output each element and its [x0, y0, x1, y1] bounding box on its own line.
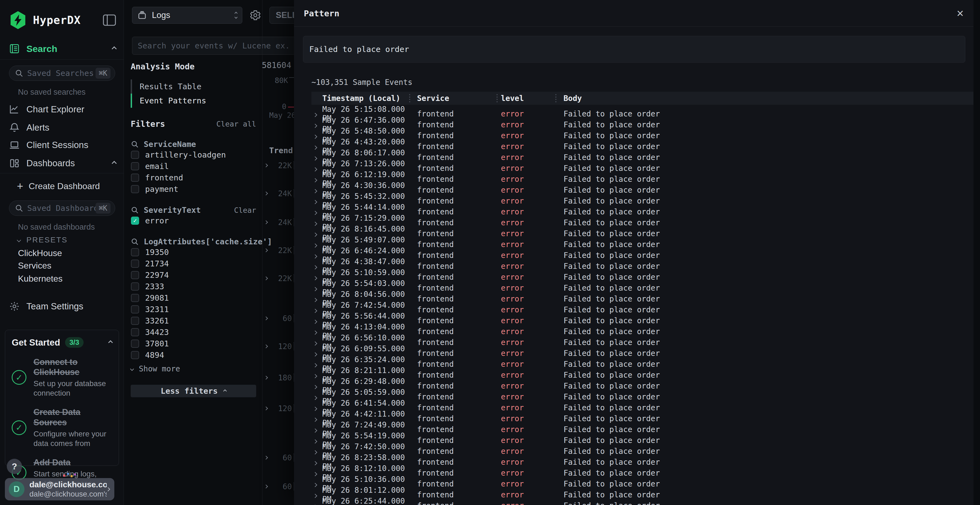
column-resize-handle[interactable] — [409, 94, 410, 102]
filter-option[interactable]: 4894 — [130, 349, 256, 360]
expand-row-chevron-icon[interactable] — [313, 287, 317, 291]
expand-row-chevron-icon[interactable] — [313, 243, 317, 248]
saved-dashboards-field[interactable] — [27, 203, 95, 213]
filter-option[interactable]: 34423 — [130, 327, 256, 338]
col-service[interactable]: Service — [417, 94, 501, 103]
pattern-row-fragment[interactable]: 22K — [262, 245, 294, 256]
expand-row-chevron-icon[interactable] — [313, 494, 317, 498]
preset-item[interactable]: Kubernetes — [18, 274, 63, 284]
sidebar-item-chart-explorer[interactable]: Chart Explorer — [9, 101, 116, 118]
expand-row-chevron-icon[interactable] — [313, 450, 317, 454]
preset-item[interactable]: Services — [18, 260, 51, 271]
filter-option[interactable]: email — [130, 160, 256, 172]
expand-row-chevron-icon[interactable] — [313, 167, 317, 172]
filter-option[interactable]: 33261 — [130, 315, 256, 326]
expand-row-chevron-icon[interactable] — [313, 374, 317, 378]
pattern-row-fragment[interactable]: 60 — [262, 481, 294, 492]
expand-row-chevron-icon[interactable] — [313, 298, 317, 302]
expand-row-chevron-icon[interactable] — [313, 352, 317, 356]
expand-row-chevron-icon[interactable] — [313, 145, 317, 150]
filter-option[interactable]: 32311 — [130, 304, 256, 315]
expand-row-chevron-icon[interactable] — [313, 124, 317, 128]
column-resize-handle[interactable] — [555, 94, 557, 102]
pattern-row-fragment[interactable]: 180 — [262, 372, 294, 383]
checkbox-unchecked[interactable] — [131, 162, 139, 170]
filter-option[interactable]: 21734 — [130, 258, 256, 269]
clear-link[interactable]: Clear — [234, 206, 256, 214]
sidebar-item-client-sessions[interactable]: Client Sessions — [9, 137, 116, 153]
expand-row-chevron-icon[interactable] — [313, 134, 317, 139]
expand-row-chevron-icon[interactable] — [313, 178, 317, 182]
expand-row-chevron-icon[interactable] — [313, 232, 317, 237]
saved-searches-field[interactable] — [27, 68, 95, 78]
expand-row-chevron-icon[interactable] — [313, 200, 317, 204]
checkbox-checked[interactable]: ✓ — [131, 217, 139, 225]
checkbox-unchecked[interactable] — [131, 340, 139, 348]
checkbox-unchecked[interactable] — [131, 351, 139, 359]
checkbox-unchecked[interactable] — [131, 185, 139, 193]
expand-row-chevron-icon[interactable] — [313, 418, 317, 422]
pattern-row-fragment[interactable]: 120 — [262, 341, 294, 352]
checkbox-unchecked[interactable] — [131, 260, 139, 268]
sidebar-item-dashboards[interactable]: Dashboards — [9, 155, 116, 172]
create-dashboard-button[interactable]: + Create Dashboard — [17, 179, 100, 193]
sidebar-collapse-icon[interactable] — [103, 14, 116, 26]
filter-option[interactable]: 19350 — [130, 246, 256, 258]
expand-row-chevron-icon[interactable] — [313, 189, 317, 193]
checkbox-unchecked[interactable] — [131, 317, 139, 325]
search-icon[interactable] — [130, 238, 139, 246]
less-filters-button[interactable]: Less filters — [130, 385, 256, 397]
expand-row-chevron-icon[interactable] — [313, 439, 317, 443]
filter-option[interactable]: 37801 — [130, 338, 256, 349]
filter-option[interactable]: 29081 — [130, 292, 256, 303]
filter-option[interactable]: artillery-loadgen — [130, 149, 256, 160]
help-button[interactable]: ? — [7, 459, 22, 474]
checkbox-unchecked[interactable] — [131, 151, 139, 159]
expand-row-chevron-icon[interactable] — [313, 407, 317, 411]
source-select[interactable]: Logs — [132, 7, 242, 24]
expand-row-chevron-icon[interactable] — [313, 483, 317, 487]
sidebar-item-search[interactable]: Search — [9, 41, 116, 57]
close-icon[interactable]: × — [956, 7, 964, 19]
expand-row-chevron-icon[interactable] — [313, 363, 317, 367]
saved-searches-input[interactable]: ⌘K — [9, 65, 115, 81]
checkbox-unchecked[interactable] — [131, 173, 139, 182]
col-level[interactable]: level — [501, 94, 563, 103]
expand-row-chevron-icon[interactable] — [313, 221, 317, 226]
expand-row-chevron-icon[interactable] — [313, 211, 317, 215]
saved-dashboards-input[interactable]: ⌘K — [9, 200, 115, 216]
expand-row-chevron-icon[interactable] — [313, 461, 317, 465]
checkbox-unchecked[interactable] — [131, 328, 139, 336]
filter-option[interactable]: 22974 — [130, 269, 256, 281]
expand-row-chevron-icon[interactable] — [313, 395, 317, 400]
expand-row-chevron-icon[interactable] — [313, 308, 317, 313]
clear-all-link[interactable]: Clear all — [216, 120, 256, 128]
sidebar-item-team-settings[interactable]: Team Settings — [9, 298, 116, 314]
expand-row-chevron-icon[interactable] — [313, 276, 317, 280]
filter-option[interactable]: frontend — [130, 172, 256, 183]
search-icon[interactable] — [130, 206, 139, 214]
checkbox-unchecked[interactable] — [131, 294, 139, 302]
source-settings-gear-icon[interactable] — [249, 9, 261, 21]
expand-row-chevron-icon[interactable] — [313, 319, 317, 324]
filter-option[interactable]: payment — [130, 183, 256, 195]
expand-row-chevron-icon[interactable] — [313, 113, 317, 117]
expand-row-chevron-icon[interactable] — [313, 156, 317, 160]
filter-option[interactable]: 2333 — [130, 281, 256, 292]
show-more-link[interactable]: Show more — [130, 364, 256, 373]
preset-item[interactable]: ClickHouse — [18, 248, 62, 258]
pattern-row-fragment[interactable]: 120 — [262, 403, 294, 414]
pattern-row-fragment[interactable]: 24K — [262, 188, 294, 199]
checkbox-unchecked[interactable] — [131, 271, 139, 279]
checkbox-unchecked[interactable] — [131, 283, 139, 291]
expand-row-chevron-icon[interactable] — [313, 472, 317, 476]
expand-row-chevron-icon[interactable] — [313, 330, 317, 335]
pattern-row-fragment[interactable]: 60 — [262, 313, 294, 324]
mode-event-patterns[interactable]: Event Patterns — [130, 94, 256, 108]
expand-row-chevron-icon[interactable] — [313, 265, 317, 269]
pattern-row-fragment[interactable]: 22K — [262, 273, 294, 284]
pattern-row-fragment[interactable]: 22K — [262, 160, 294, 171]
presets-toggle[interactable]: PRESETS — [18, 236, 68, 245]
expand-row-chevron-icon[interactable] — [313, 341, 317, 346]
get-started-item[interactable]: ✓ Create Data Sources Configure where yo… — [12, 407, 112, 448]
